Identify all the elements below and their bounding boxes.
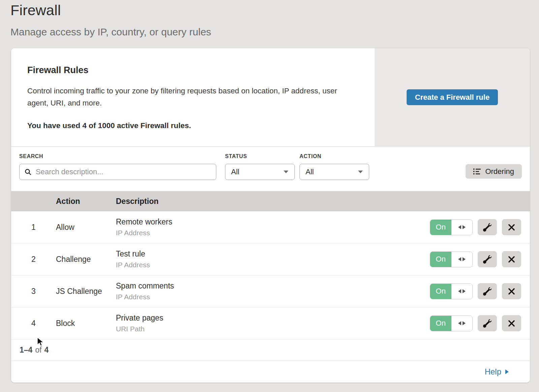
action-label: ACTION: [299, 153, 369, 159]
toggle-on-label: On: [430, 316, 451, 331]
rule-controls: On: [430, 283, 530, 299]
search-filter-group: SEARCH: [19, 153, 216, 180]
table-row: 1 Allow Remote workers IP Address On: [11, 211, 530, 243]
help-link[interactable]: Help: [485, 367, 509, 376]
rule-description-cell: Spam comments IP Address: [116, 281, 430, 301]
pagination-of: of: [35, 345, 41, 355]
status-select-value: All: [231, 168, 239, 176]
rule-match-type: URI Path: [116, 325, 430, 333]
rule-action: Allow: [56, 223, 116, 232]
edit-rule-button[interactable]: [478, 219, 497, 235]
delete-rule-button[interactable]: [502, 283, 521, 299]
rule-match-type: IP Address: [116, 261, 430, 269]
delete-rule-button[interactable]: [502, 251, 521, 267]
rule-action: Challenge: [56, 255, 116, 264]
rule-description: Test rule: [116, 249, 430, 259]
toggle-on-label: On: [430, 252, 451, 267]
search-box: [19, 164, 216, 180]
left-right-arrows-icon: [451, 316, 473, 331]
rule-enabled-toggle[interactable]: On: [430, 283, 473, 299]
edit-rule-button[interactable]: [478, 283, 497, 299]
help-link-label: Help: [485, 367, 501, 376]
status-filter-group: STATUS All: [225, 153, 295, 180]
wrench-icon: [483, 223, 492, 232]
search-icon: [24, 168, 32, 176]
rule-description: Spam comments: [116, 281, 430, 291]
ordering-button-label: Ordering: [485, 167, 514, 176]
rule-match-type: IP Address: [116, 229, 430, 237]
create-firewall-rule-button[interactable]: Create a Firewall rule: [407, 89, 498, 105]
toggle-on-label: On: [430, 284, 451, 299]
firewall-rules-card: Firewall Rules Control incoming traffic …: [11, 48, 530, 383]
wrench-icon: [483, 287, 492, 296]
rule-action: JS Challenge: [56, 287, 116, 296]
pagination-range: 1–4: [20, 345, 32, 355]
table-row: 3 JS Challenge Spam comments IP Address …: [11, 275, 530, 307]
rule-enabled-toggle[interactable]: On: [430, 219, 473, 235]
wrench-icon: [483, 319, 492, 328]
description-column-header: Description: [116, 197, 530, 206]
page-title: Firewall: [10, 2, 61, 19]
card-footer: Help: [11, 361, 530, 383]
close-icon: [508, 224, 515, 231]
status-label: STATUS: [225, 153, 295, 159]
card-intro-section: Firewall Rules Control incoming traffic …: [11, 48, 530, 147]
table-header: Action Description: [11, 191, 530, 211]
card-intro-text: Firewall Rules Control incoming traffic …: [11, 48, 375, 146]
search-label: SEARCH: [19, 153, 216, 159]
card-description: Control incoming traffic to your zone by…: [27, 85, 347, 109]
toggle-on-label: On: [430, 220, 451, 235]
pagination-total: 4: [44, 345, 49, 355]
table-row: 4 Block Private pages URI Path On: [11, 307, 530, 339]
ordering-button[interactable]: Ordering: [466, 164, 522, 179]
delete-rule-button[interactable]: [502, 219, 521, 235]
pagination: 1–4 of 4: [11, 339, 530, 361]
chevron-down-icon: [283, 170, 289, 174]
rule-enabled-toggle[interactable]: On: [430, 251, 473, 267]
create-rule-panel: Create a Firewall rule: [375, 48, 530, 146]
rule-action: Block: [56, 319, 116, 328]
rule-priority: 3: [11, 287, 56, 296]
page-subtitle: Manage access by IP, country, or query r…: [10, 26, 211, 38]
rule-priority: 2: [11, 255, 56, 264]
delete-rule-button[interactable]: [502, 315, 521, 331]
arrow-right-icon: [505, 369, 509, 374]
edit-rule-button[interactable]: [478, 251, 497, 267]
chevron-down-icon: [358, 170, 363, 174]
left-right-arrows-icon: [451, 284, 473, 299]
rule-description-cell: Remote workers IP Address: [116, 217, 430, 237]
rule-description-cell: Private pages URI Path: [116, 313, 430, 333]
filters-bar: SEARCH STATUS All ACTION All: [11, 147, 530, 191]
rule-enabled-toggle[interactable]: On: [430, 315, 473, 331]
edit-rule-button[interactable]: [478, 315, 497, 331]
rule-description-cell: Test rule IP Address: [116, 249, 430, 269]
usage-note: You have used 4 of 1000 active Firewall …: [27, 121, 354, 130]
action-column-header: Action: [56, 197, 116, 206]
close-icon: [508, 288, 515, 295]
close-icon: [508, 320, 515, 327]
left-right-arrows-icon: [451, 220, 473, 235]
rule-controls: On: [430, 315, 530, 331]
rule-controls: On: [430, 251, 530, 267]
wrench-icon: [483, 255, 492, 264]
table-row: 2 Challenge Test rule IP Address On: [11, 243, 530, 275]
status-select[interactable]: All: [225, 164, 295, 180]
rule-match-type: IP Address: [116, 293, 430, 301]
action-filter-group: ACTION All: [299, 153, 369, 180]
action-select[interactable]: All: [299, 164, 369, 180]
rule-controls: On: [430, 219, 530, 235]
left-right-arrows-icon: [451, 252, 473, 267]
rule-description: Private pages: [116, 313, 430, 323]
rule-priority: 1: [11, 223, 56, 232]
rule-priority: 4: [11, 319, 56, 328]
ordered-list-icon: [473, 168, 481, 175]
action-select-value: All: [306, 168, 314, 176]
search-input[interactable]: [35, 167, 211, 177]
card-heading: Firewall Rules: [27, 65, 354, 76]
close-icon: [508, 256, 515, 263]
rule-description: Remote workers: [116, 217, 430, 227]
